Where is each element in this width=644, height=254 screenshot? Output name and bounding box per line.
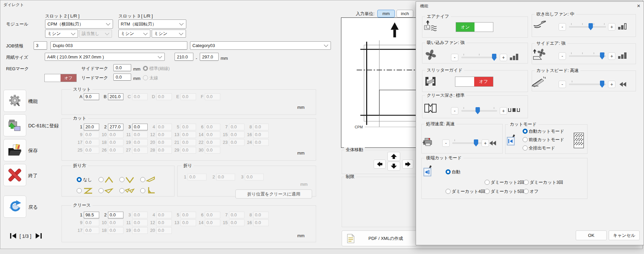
suction-fan-minus-button[interactable]: - (451, 54, 458, 61)
slot3-main-select[interactable]: RTM（縦回転刃） (118, 19, 186, 29)
slot3-sub1-select[interactable]: ミシン (118, 30, 150, 38)
paper-size-select[interactable]: A4R ( 210.0mm X 297.0mm ) (45, 53, 165, 61)
air-knife-toggle[interactable]: オン (456, 22, 493, 32)
last-page-icon[interactable] (35, 232, 42, 239)
slot2-main-select[interactable]: CPM（横回転刃） (45, 19, 113, 29)
lead-mark-field[interactable]: 0.0 (113, 74, 131, 81)
back-button[interactable] (3, 196, 26, 218)
full-eject-mode-radio[interactable] (523, 145, 528, 151)
tick (594, 52, 594, 54)
side-mark-field[interactable]: 0.0 (113, 64, 131, 71)
cut-cell: 12 0.0 (148, 131, 173, 138)
crease-value-input[interactable]: 98.5 (84, 212, 99, 218)
cut-cell: 13 0.0 (173, 131, 197, 138)
crease-cell-label: 5 (173, 212, 179, 217)
cut-cell-label: 23 (221, 140, 228, 145)
slit-value-input[interactable]: 9.0 (84, 93, 99, 100)
dummy-cut-4-radio[interactable] (446, 189, 451, 194)
job-category-select[interactable]: Category03 (190, 41, 331, 50)
cut-cell: 11 0.0 (124, 131, 148, 138)
fold-valley-radio[interactable] (119, 177, 124, 182)
crease-depth-plus-button[interactable]: + (500, 107, 507, 115)
tail-auto-radio[interactable] (446, 169, 451, 174)
job-number-field[interactable]: 3 (34, 41, 47, 50)
blow-fan-plus-button[interactable]: + (608, 23, 615, 31)
job-name-field[interactable]: Duplo 003 (50, 41, 187, 50)
cut-cell-label: 15 (221, 132, 228, 137)
cancel-button[interactable]: キャンセル (609, 230, 640, 240)
process-speed-minus-button[interactable]: - (442, 139, 450, 147)
cut-speed-minus-button[interactable]: - (559, 81, 566, 88)
cut-value-input: 0.0 (253, 139, 269, 146)
crease-value-input: 0.0 (156, 212, 172, 218)
tick (463, 107, 464, 109)
slit-value-input[interactable]: 201.0 (108, 93, 123, 100)
air-knife-toggle-on: オン (456, 23, 475, 32)
crease-cell-label: 8 (245, 212, 252, 217)
auto-cut-mode-radio[interactable] (523, 129, 528, 134)
tail-off-radio[interactable] (524, 189, 529, 194)
dummy-cut-2-radio[interactable] (485, 180, 490, 185)
cut-cell: 10 0.0 (100, 131, 124, 138)
cut-value-input[interactable]: 277.0 (108, 124, 123, 130)
fold-mountain-radio[interactable] (99, 177, 104, 182)
slot2-sub1-value: ミシン (47, 31, 61, 37)
process-speed-plus-button[interactable]: + (482, 139, 489, 147)
crease-value-input[interactable]: 0.0 (108, 212, 123, 218)
blow-fan-minus-button[interactable]: - (559, 23, 566, 31)
cut-value-input: 0.0 (253, 124, 269, 130)
slot3-sub2-select[interactable]: ミシン (152, 30, 186, 38)
side-air-plus-button[interactable]: + (608, 52, 615, 60)
slot2-sub1-select[interactable]: ミシン (45, 30, 78, 38)
cut-speed-plus-button[interactable]: + (608, 81, 615, 88)
regmark-toggle-empty (45, 74, 61, 82)
left-arrow-icon (377, 162, 382, 167)
fold-l-radio[interactable] (140, 188, 145, 193)
save-button[interactable] (3, 139, 26, 161)
pdf-xml-button[interactable]: PDF / XMLの作成 (342, 230, 417, 246)
ok-button[interactable]: OK (576, 230, 607, 240)
close-icon[interactable]: × (634, 2, 643, 10)
blow-fan-title: 吹き出しファン: 中 (535, 11, 576, 17)
cut-value-input: 0.0 (156, 124, 172, 130)
crease-cell-label: 20 (148, 228, 155, 233)
move-right-button[interactable] (402, 160, 413, 169)
fold-single-radio[interactable] (140, 177, 145, 182)
dummy-cut-3-radio[interactable] (524, 180, 529, 185)
functions-button[interactable] (3, 90, 26, 112)
cut-cell: 8 0.0 (245, 123, 269, 131)
regmark-toggle[interactable]: オフ (44, 74, 77, 82)
crease-cell: 3 0.0 (124, 211, 148, 219)
fold-gate-radio[interactable] (99, 188, 104, 193)
fold-z-radio[interactable] (77, 188, 82, 193)
crease-cell: 7 0.0 (221, 211, 245, 219)
suction-fan-slider-track[interactable] (461, 57, 497, 58)
move-down-button[interactable] (387, 162, 400, 171)
unit-inch-button[interactable]: inch (396, 10, 413, 17)
exit-button[interactable] (3, 164, 26, 186)
move-up-button[interactable] (387, 152, 400, 161)
first-page-icon[interactable] (9, 232, 17, 239)
front-back-cut-mode-radio[interactable] (523, 137, 528, 142)
register-button[interactable] (3, 114, 26, 136)
exit-x-icon (8, 168, 22, 182)
paper-width-field[interactable]: 210.0 (175, 53, 193, 61)
apply-fold-to-crease-button[interactable]: 折り位置をクリースに適用 (235, 189, 312, 199)
slitter-guide-toggle[interactable]: オフ (455, 77, 493, 87)
paper-height-field[interactable]: 297.0 (200, 53, 219, 61)
paper-size-label: 用紙サイズ (6, 55, 28, 60)
cut-value-input[interactable]: 0.0 (132, 124, 148, 130)
crease-unit-label: mm (297, 233, 305, 239)
blow-fan-slider-track[interactable] (569, 26, 606, 28)
crease-depth-minus-button[interactable]: - (451, 107, 458, 115)
slot2-sub2-value: 該当無し (82, 31, 99, 37)
dummy-cut-5-radio[interactable] (485, 189, 490, 194)
suction-fan-plus-button[interactable]: + (500, 54, 507, 61)
move-left-button[interactable] (374, 160, 386, 169)
tick (571, 52, 572, 54)
side-air-minus-button[interactable]: - (559, 52, 566, 60)
fold-double-gate-radio[interactable] (119, 188, 124, 193)
cut-value-input[interactable]: 20.0 (84, 124, 99, 130)
fold-none-radio[interactable] (77, 177, 82, 182)
unit-mm-button[interactable]: mm (377, 10, 395, 17)
